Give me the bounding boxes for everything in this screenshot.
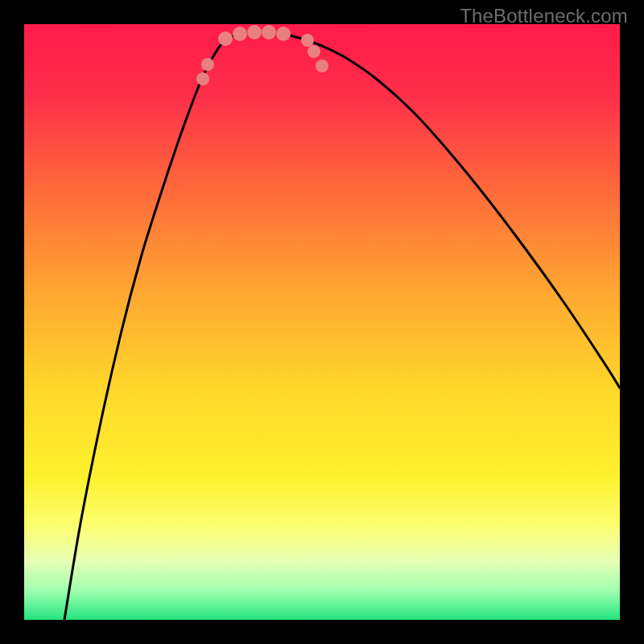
data-marker (262, 25, 276, 39)
data-marker (196, 72, 209, 85)
data-marker (218, 31, 233, 46)
plot-area (24, 24, 620, 620)
data-marker (301, 34, 314, 47)
bottleneck-curve (24, 24, 620, 620)
data-marker (316, 60, 328, 72)
data-marker (276, 27, 291, 41)
data-marker (308, 45, 320, 58)
chart-frame: TheBottleneck.com (0, 0, 644, 644)
data-marker (201, 58, 214, 71)
data-marker (247, 25, 262, 39)
data-marker (233, 27, 247, 41)
